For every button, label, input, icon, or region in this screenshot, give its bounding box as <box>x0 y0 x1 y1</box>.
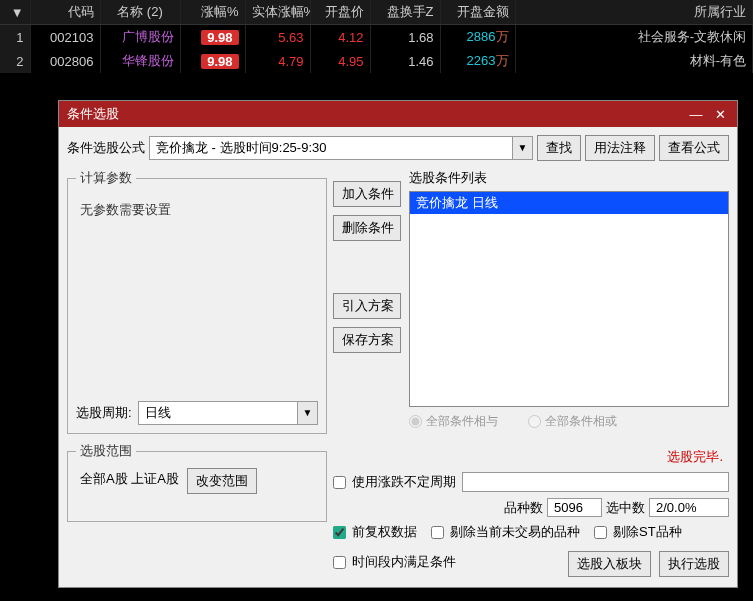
period-label: 选股周期: <box>76 404 132 422</box>
col-body-pct[interactable]: 实体涨幅% <box>245 0 310 25</box>
col-amount[interactable]: 开盘金额 <box>440 0 515 25</box>
cell-code: 002103 <box>30 25 100 50</box>
delete-condition-button[interactable]: 删除条件 <box>333 215 401 241</box>
cell-name: 华锋股份 <box>100 49 180 73</box>
condition-listbox[interactable]: 竞价擒龙 日线 <box>409 191 729 407</box>
col-code[interactable]: 代码 <box>30 0 100 25</box>
range-group: 选股范围 全部A股 上证A股 改变范围 <box>67 442 327 522</box>
cell-industry: 材料-有色 <box>515 49 753 73</box>
col-pct[interactable]: 涨幅% <box>180 0 245 25</box>
list-item[interactable]: 竞价擒龙 日线 <box>410 192 728 214</box>
formula-value: 竞价擒龙 - 选股时间9:25-9:30 <box>150 139 512 157</box>
formula-combo[interactable]: 竞价擒龙 - 选股时间9:25-9:30 ▼ <box>149 136 533 160</box>
col-industry[interactable]: 所属行业 <box>515 0 753 25</box>
cond-list-legend: 选股条件列表 <box>409 169 729 187</box>
calc-params-legend: 计算参数 <box>76 169 136 187</box>
add-condition-button[interactable]: 加入条件 <box>333 181 401 207</box>
cell-code: 002806 <box>30 49 100 73</box>
remove-st-checkbox[interactable] <box>594 526 607 539</box>
row-index: 1 <box>0 25 30 50</box>
use-period-label: 使用涨跌不定周期 <box>352 473 456 491</box>
row-index: 2 <box>0 49 30 73</box>
save-plan-button[interactable]: 保存方案 <box>333 327 401 353</box>
dialog-title: 条件选股 <box>67 105 681 123</box>
cell-turn: 1.46 <box>370 49 440 73</box>
hit-count: 2/0.0% <box>649 498 729 517</box>
stock-table: ▼ 代码 名称 (2) 涨幅% 实体涨幅% 开盘价 盘换手Z 开盘金额 所属行业… <box>0 0 753 73</box>
remove-st-label: 剔除ST品种 <box>613 523 682 541</box>
cell-open: 4.95 <box>310 49 370 73</box>
to-block-button[interactable]: 选股入板块 <box>568 551 651 577</box>
minimize-icon[interactable]: — <box>687 107 705 122</box>
col-turnover[interactable]: 盘换手Z <box>370 0 440 25</box>
view-source-button[interactable]: 查看公式 <box>659 135 729 161</box>
formula-label: 条件选股公式 <box>67 139 145 157</box>
product-count-label: 品种数 <box>504 499 543 517</box>
status-text: 选股完毕. <box>333 448 729 466</box>
table-header-row: ▼ 代码 名称 (2) 涨幅% 实体涨幅% 开盘价 盘换手Z 开盘金额 所属行业 <box>0 0 753 25</box>
fuquan-label: 前复权数据 <box>352 523 417 541</box>
cell-amount: 2886万 <box>440 25 515 50</box>
usage-button[interactable]: 用法注释 <box>585 135 655 161</box>
period-value: 日线 <box>139 404 297 422</box>
table-row[interactable]: 1002103广博股份9.985.634.121.682886万社会服务-文教休… <box>0 25 753 50</box>
import-plan-button[interactable]: 引入方案 <box>333 293 401 319</box>
close-icon[interactable]: ✕ <box>711 107 729 122</box>
change-range-button[interactable]: 改变范围 <box>187 468 257 494</box>
use-period-checkbox[interactable] <box>333 476 346 489</box>
radio-and[interactable]: 全部条件相与 <box>409 413 498 430</box>
col-name[interactable]: 名称 (2) <box>100 0 180 25</box>
table-corner-menu[interactable]: ▼ <box>0 0 30 25</box>
table-row[interactable]: 2002806华锋股份9.984.794.951.462263万材料-有色 <box>0 49 753 73</box>
radio-or[interactable]: 全部条件相或 <box>528 413 617 430</box>
range-text: 全部A股 上证A股 <box>80 470 179 488</box>
fuquan-checkbox[interactable] <box>333 526 346 539</box>
cell-name: 广博股份 <box>100 25 180 50</box>
cell-pct: 9.98 <box>180 25 245 50</box>
col-open[interactable]: 开盘价 <box>310 0 370 25</box>
cell-amount: 2263万 <box>440 49 515 73</box>
cell-open: 4.12 <box>310 25 370 50</box>
range-legend: 选股范围 <box>76 442 136 460</box>
period-combo[interactable]: 日线 ▼ <box>138 401 318 425</box>
cell-pct: 9.98 <box>180 49 245 73</box>
search-button[interactable]: 查找 <box>537 135 581 161</box>
hit-label: 选中数 <box>606 499 645 517</box>
calc-params-group: 计算参数 无参数需要设置 选股周期: 日线 ▼ <box>67 169 327 434</box>
condition-select-dialog: 条件选股 — ✕ 条件选股公式 竞价擒龙 - 选股时间9:25-9:30 ▼ 查… <box>58 100 738 588</box>
cell-turn: 1.68 <box>370 25 440 50</box>
product-count: 5096 <box>547 498 602 517</box>
dialog-titlebar[interactable]: 条件选股 — ✕ <box>59 101 737 127</box>
cell-industry: 社会服务-文教休闲 <box>515 25 753 50</box>
remove-nontrade-label: 剔除当前未交易的品种 <box>450 523 580 541</box>
chevron-down-icon[interactable]: ▼ <box>297 402 317 424</box>
time-full-label: 时间段内满足条件 <box>352 553 456 571</box>
period-input[interactable] <box>462 472 729 492</box>
run-button[interactable]: 执行选股 <box>659 551 729 577</box>
params-none-text: 无参数需要设置 <box>76 193 318 393</box>
cell-body: 4.79 <box>245 49 310 73</box>
remove-nontrade-checkbox[interactable] <box>431 526 444 539</box>
cell-body: 5.63 <box>245 25 310 50</box>
chevron-down-icon[interactable]: ▼ <box>512 137 532 159</box>
time-full-checkbox[interactable] <box>333 556 346 569</box>
